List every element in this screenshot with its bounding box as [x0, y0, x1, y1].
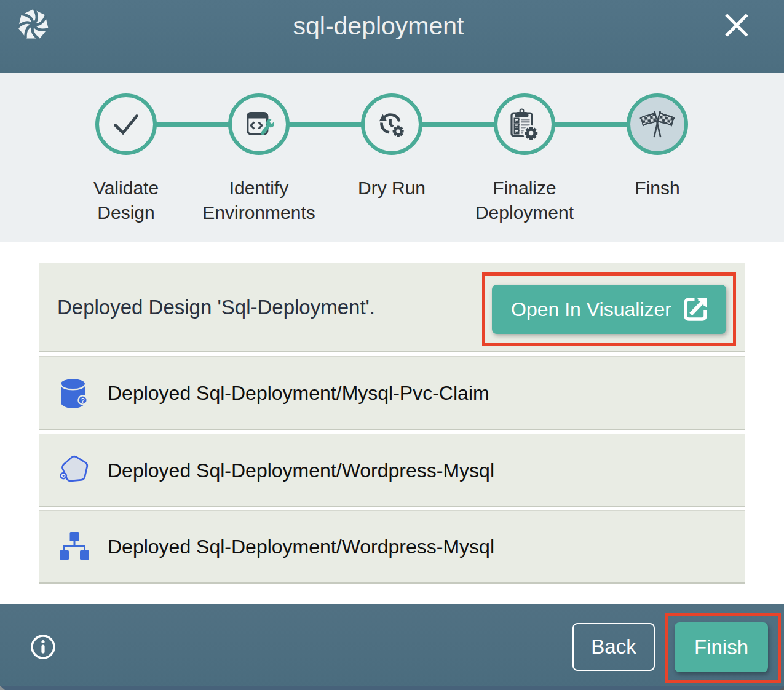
svg-text:?: ? — [81, 397, 85, 404]
